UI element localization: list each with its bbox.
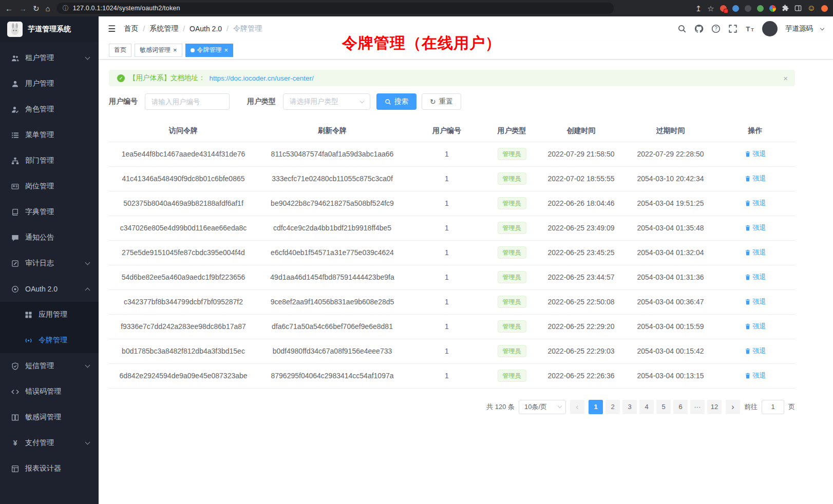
page-button-5[interactable]: 5 — [656, 400, 671, 414]
force-logout-button[interactable]: 强退 — [745, 149, 766, 159]
force-logout-button[interactable]: 强退 — [745, 371, 766, 380]
extensions-puzzle-icon[interactable] — [782, 5, 789, 12]
force-logout-button[interactable]: 强退 — [745, 223, 766, 232]
chevron-down-icon[interactable] — [820, 26, 824, 30]
info-icon[interactable]: ⓘ — [63, 4, 69, 13]
sidebar-item-report-designer[interactable]: 报表设计器 — [0, 456, 99, 481]
user-type-select[interactable]: 请选择用户类型 — [283, 93, 370, 110]
tenant-icon — [11, 54, 19, 62]
extension-icon[interactable] — [745, 5, 751, 12]
breadcrumb-item-home[interactable]: 首页 — [124, 24, 138, 33]
sidebar-item-sensitive-word[interactable]: 敏感词管理 — [0, 404, 99, 430]
sidebar-item-dept[interactable]: 部门管理 — [0, 148, 99, 173]
search-button[interactable]: 搜索 — [376, 93, 416, 110]
force-logout-button[interactable]: 强退 — [745, 174, 766, 183]
sidebar-item-role[interactable]: 角色管理 — [0, 96, 99, 122]
bookmark-star-icon[interactable]: ☆ — [707, 5, 714, 12]
refresh-token-cell: 8796295f04064c2983414cc54af1097a — [258, 363, 407, 388]
goto-page-input[interactable] — [762, 400, 784, 414]
force-logout-button[interactable]: 强退 — [745, 346, 766, 356]
page-more-button[interactable]: ··· — [690, 400, 705, 414]
page-button-12[interactable]: 12 — [707, 400, 722, 414]
prev-page-button[interactable]: ‹ — [570, 400, 584, 414]
refresh-token-cell: 333ecfc71e02480cb11055c875c3ca0f — [258, 166, 407, 191]
sidebar-item-sms[interactable]: 短信管理 — [0, 353, 99, 379]
page-button-1[interactable]: 1 — [589, 400, 603, 414]
sidebar-item-user[interactable]: 用户管理 — [0, 71, 99, 96]
tab-token[interactable]: 令牌管理 × — [185, 44, 234, 57]
profile-avatar-icon[interactable]: ☺ — [807, 4, 816, 13]
user-type-badge: 管理员 — [498, 172, 526, 185]
address-bar[interactable]: ⓘ 127.0.0.1:1024/system/oauth2/token — [56, 3, 614, 14]
alert-close-icon[interactable]: × — [783, 74, 788, 83]
tags-view: 首页 敏感词管理 × 令牌管理 × — [99, 41, 833, 60]
user-type-badge: 管理员 — [498, 320, 526, 333]
page-size-select[interactable]: 10条/页 — [519, 400, 566, 414]
force-logout-button[interactable]: 强退 — [745, 199, 766, 208]
fullscreen-icon[interactable] — [728, 24, 737, 33]
reload-icon[interactable]: ↻ — [33, 5, 40, 12]
close-icon[interactable]: × — [173, 47, 177, 53]
github-icon[interactable] — [694, 24, 704, 33]
sidebar-item-oauth2-token[interactable]: 令牌管理 — [0, 327, 99, 353]
close-icon[interactable]: × — [224, 47, 229, 53]
col-access-token: 访问令牌 — [109, 120, 258, 142]
doc-link[interactable]: https://doc.iocoder.cn/user-center/ — [210, 74, 314, 82]
app-logo[interactable]: 芋道管理系统 — [0, 16, 99, 42]
token-table: 访问令牌 刷新令牌 用户编号 用户类型 创建时间 过期时间 操作 1ea5e44… — [109, 120, 795, 389]
delete-icon — [745, 299, 751, 305]
create-time-cell: 2022-06-25 22:26:36 — [537, 363, 626, 388]
extension-icon[interactable] — [732, 5, 739, 12]
force-logout-button[interactable]: 强退 — [745, 297, 766, 306]
extension-icon[interactable] — [757, 5, 764, 12]
force-logout-button[interactable]: 强退 — [745, 273, 766, 282]
sidebar-item-audit-log[interactable]: 审计日志 — [0, 250, 99, 276]
sidebar-item-label: 租户管理 — [25, 53, 54, 63]
force-logout-button[interactable]: 强退 — [745, 322, 766, 331]
page-button-4[interactable]: 4 — [639, 400, 654, 414]
user-name[interactable]: 芋道源码 — [785, 24, 813, 33]
user-id-input[interactable] — [145, 93, 230, 110]
sidebar-item-error-code[interactable]: 错误码管理 — [0, 379, 99, 404]
sidebar-item-oauth2-app[interactable]: 应用管理 — [0, 302, 99, 327]
tab-label: 首页 — [114, 46, 126, 54]
extension-icon[interactable] — [720, 5, 727, 12]
reset-button[interactable]: ↻ 重置 — [422, 93, 461, 110]
breadcrumb-item-oauth2[interactable]: OAuth 2.0 — [190, 25, 222, 33]
sidebar-item-tenant[interactable]: 租户管理 — [0, 45, 99, 71]
sidebar-toggle-icon[interactable]: ☰ — [108, 24, 116, 34]
home-icon[interactable]: ⌂ — [46, 5, 50, 12]
sidebar-item-menu[interactable]: 菜单管理 — [0, 122, 99, 148]
tab-home[interactable]: 首页 — [109, 44, 131, 57]
page-button-6[interactable]: 6 — [673, 400, 688, 414]
back-icon[interactable]: ← — [5, 5, 13, 12]
split-screen-icon[interactable] — [794, 5, 802, 12]
sidebar-item-dict[interactable]: 字典管理 — [0, 199, 99, 225]
next-page-button[interactable]: › — [726, 400, 740, 414]
sidebar-item-oauth2[interactable]: OAuth 2.0 — [0, 276, 99, 302]
table-row: 6d842e2924594de9a09e45e087323abe8796295f… — [109, 363, 795, 388]
expire-time-cell: 2054-03-04 00:15:59 — [626, 314, 715, 339]
force-logout-button[interactable]: 强退 — [745, 248, 766, 257]
search-icon[interactable] — [677, 24, 687, 33]
sidebar-item-notice[interactable]: 通知公告 — [0, 225, 99, 250]
create-time-cell: 2022-07-29 21:58:50 — [537, 142, 626, 166]
share-icon[interactable]: ↥ — [695, 5, 702, 12]
breadcrumb-item-system[interactable]: 系统管理 — [149, 24, 178, 33]
user-avatar[interactable] — [762, 21, 778, 36]
user-type-badge: 管理员 — [498, 222, 526, 234]
forward-icon[interactable]: → — [19, 5, 27, 12]
help-icon[interactable]: ? — [711, 24, 721, 33]
extension-icon[interactable] — [769, 5, 776, 12]
font-size-icon[interactable]: TT — [745, 24, 754, 33]
page-button-3[interactable]: 3 — [622, 400, 637, 414]
delete-icon — [745, 225, 751, 231]
user-id-cell: 1 — [407, 289, 487, 314]
menu-icon — [11, 131, 19, 139]
sidebar-item-pay[interactable]: ¥支付管理 — [0, 430, 99, 456]
browser-chrome: ← → ↻ ⌂ ⓘ 127.0.0.1:1024/system/oauth2/t… — [0, 0, 833, 16]
sidebar-item-post[interactable]: 岗位管理 — [0, 173, 99, 199]
page-button-2[interactable]: 2 — [605, 400, 620, 414]
tab-sensitive-word[interactable]: 敏感词管理 × — [135, 44, 182, 57]
user-type-badge: 管理员 — [498, 296, 526, 308]
